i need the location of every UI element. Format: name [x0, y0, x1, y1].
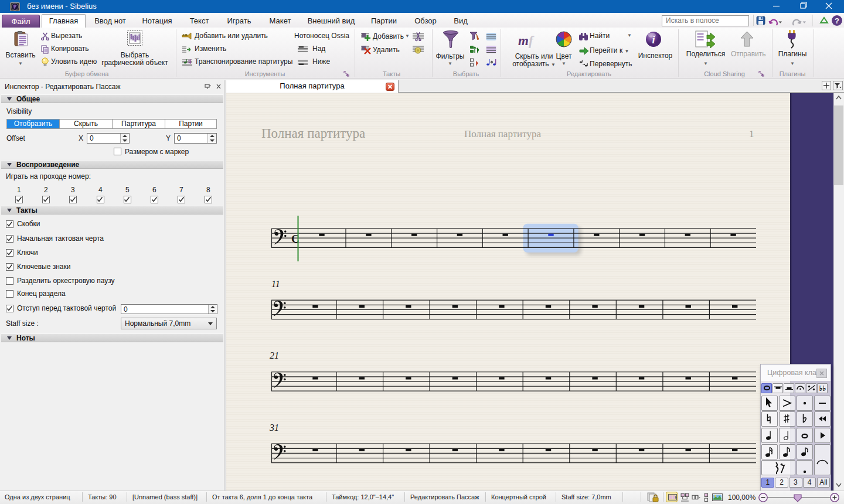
svg-text:♭♭: ♭♭ [819, 384, 826, 393]
svg-text:i: i [652, 34, 655, 46]
svg-text:?: ? [835, 16, 839, 25]
